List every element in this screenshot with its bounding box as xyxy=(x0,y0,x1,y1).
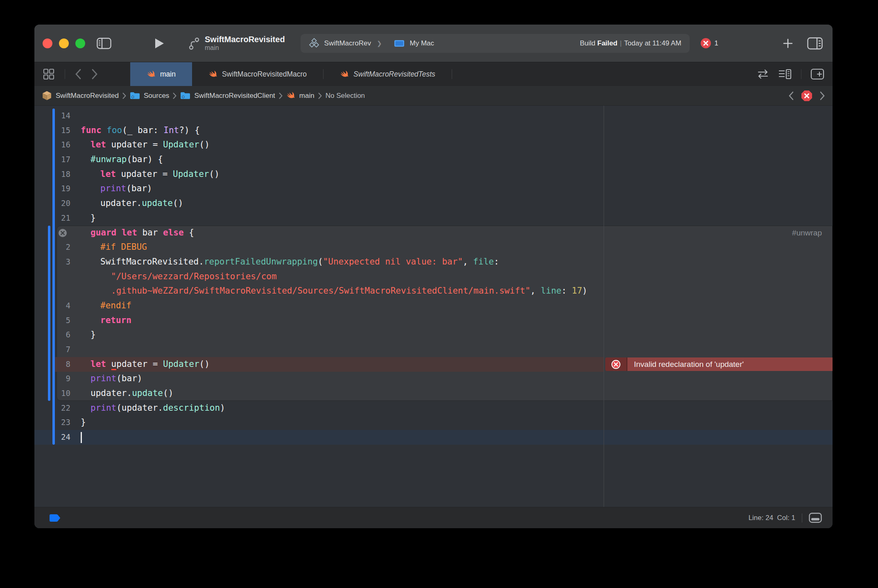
tab-main[interactable]: main xyxy=(130,62,192,86)
line-number[interactable]: 15 xyxy=(34,123,70,138)
code-text[interactable]: updater.update() xyxy=(81,386,173,401)
code-text[interactable]: SwiftMacroRevisited.reportFailedUnwrappi… xyxy=(81,255,499,269)
run-button[interactable] xyxy=(154,38,165,49)
line-number[interactable]: 2 xyxy=(34,240,70,255)
code-line-22[interactable]: 22print(updater.description) xyxy=(34,401,833,416)
breadcrumb-item-swiftmacrorevisitedclient[interactable]: SwiftMacroRevisitedClient xyxy=(180,91,275,100)
line-number[interactable]: 23 xyxy=(34,415,70,430)
line-number[interactable]: 3 xyxy=(34,255,70,269)
code-line-19[interactable]: 19print(bar) xyxy=(34,181,833,196)
code-line-17[interactable]: 17#unwrap(bar) { xyxy=(34,152,833,167)
line-number[interactable]: 24 xyxy=(34,430,70,445)
line-number[interactable]: 17 xyxy=(34,152,70,167)
line-number[interactable]: 18 xyxy=(34,167,70,182)
toggle-bottom-bar-icon[interactable] xyxy=(809,513,822,523)
minimize-window-button[interactable] xyxy=(59,38,69,48)
tab-SwiftMacroRevisitedMacro[interactable]: SwiftMacroRevisitedMacro xyxy=(192,62,323,86)
focus-tag-icon[interactable] xyxy=(50,514,61,522)
code-line-2[interactable]: 2#if DEBUG xyxy=(34,240,833,255)
code-line[interactable]: "/Users/wezzard/Repositories/com xyxy=(34,269,833,284)
swap-editors-icon[interactable] xyxy=(757,69,769,79)
code-text[interactable]: .github~WeZZard/SwiftMacroRevisited/Sour… xyxy=(81,284,587,299)
code-text[interactable]: print(updater.description) xyxy=(81,401,225,416)
code-text[interactable]: guard let bar else { xyxy=(81,226,194,240)
tab-SwiftMacroRevisitedTests[interactable]: SwiftMacroRevisitedTests xyxy=(324,62,452,86)
code-text[interactable]: let updater = Updater() xyxy=(81,138,210,152)
breadcrumb-item-swiftmacrorevisited[interactable]: SwiftMacroRevisited xyxy=(42,90,119,101)
next-issue-icon[interactable] xyxy=(819,91,825,100)
code-text[interactable]: func foo(_ bar: Int?) { xyxy=(81,123,200,138)
error-annotation[interactable]: Invalid redeclaration of 'updater' xyxy=(605,357,833,371)
code-text[interactable]: #endif xyxy=(81,299,131,313)
code-text[interactable]: print(bar) xyxy=(81,371,142,386)
code-line-18[interactable]: 18let updater = Updater() xyxy=(34,167,833,182)
code-line-16[interactable]: 16let updater = Updater() xyxy=(34,138,833,152)
line-number[interactable]: 10 xyxy=(34,386,70,401)
line-number[interactable]: 6 xyxy=(34,328,70,342)
code-line[interactable]: guard let bar else { xyxy=(34,226,833,240)
activity-view[interactable]: SwiftMacroRev ❯ My Mac Build Failed|Toda… xyxy=(301,34,690,53)
scheme-selector[interactable]: SwiftMacroRev xyxy=(324,39,371,47)
error-octagon-icon[interactable] xyxy=(801,90,813,102)
code-line-20[interactable]: 20updater.update() xyxy=(34,196,833,211)
line-number[interactable]: 14 xyxy=(34,109,70,123)
code-line-6[interactable]: 6} xyxy=(34,328,833,342)
code-line[interactable]: .github~WeZZard/SwiftMacroRevisited/Sour… xyxy=(34,284,833,299)
line-number[interactable]: 9 xyxy=(34,371,70,386)
code-line-15[interactable]: 15func foo(_ bar: Int?) { xyxy=(34,123,833,138)
error-annotation-icon xyxy=(605,357,627,371)
line-number[interactable]: 19 xyxy=(34,181,70,196)
code-text[interactable]: updater.update() xyxy=(81,196,183,211)
previous-issue-icon[interactable] xyxy=(788,91,794,100)
breadcrumb-item-main[interactable]: main xyxy=(286,91,315,100)
minimap-icon[interactable] xyxy=(778,68,792,80)
code-text[interactable]: print(bar) xyxy=(81,181,152,196)
code-text[interactable]: return xyxy=(81,313,131,328)
code-line-23[interactable]: 23} xyxy=(34,415,833,430)
code-text[interactable]: } xyxy=(81,328,96,342)
swift-file-icon xyxy=(340,70,349,79)
gutter-error-icon[interactable] xyxy=(58,228,67,239)
line-number[interactable]: 8 xyxy=(34,357,70,372)
breadcrumb-label: Sources xyxy=(144,92,169,100)
code-line-4[interactable]: 4#endif xyxy=(34,299,833,313)
code-text[interactable]: let updater = Updater() xyxy=(81,357,210,372)
code-token: { xyxy=(184,228,194,237)
line-number[interactable]: 21 xyxy=(34,211,70,226)
code-line-10[interactable]: 10updater.update() xyxy=(34,386,833,401)
add-editor-icon[interactable] xyxy=(810,68,824,80)
code-line-7[interactable]: 7 xyxy=(34,342,833,357)
related-items-grid-icon[interactable] xyxy=(43,68,55,80)
breadcrumb-item-no-selection[interactable]: No Selection xyxy=(326,92,365,100)
code-text[interactable]: } xyxy=(81,415,86,430)
code-line-24[interactable]: 24 xyxy=(34,430,833,445)
line-number[interactable]: 5 xyxy=(34,313,70,328)
breadcrumb-item-sources[interactable]: Sources xyxy=(130,91,169,100)
code-line-5[interactable]: 5return xyxy=(34,313,833,328)
destination-selector[interactable]: My Mac xyxy=(410,39,434,47)
code-text[interactable]: #if DEBUG xyxy=(81,240,147,255)
code-line-14[interactable]: 14 xyxy=(34,109,833,123)
line-number[interactable]: 22 xyxy=(34,401,70,416)
code-text[interactable]: #unwrap(bar) { xyxy=(81,152,163,167)
code-line-9[interactable]: 9print(bar) xyxy=(34,371,833,386)
close-window-button[interactable] xyxy=(43,38,52,48)
source-editor[interactable]: 1415func foo(_ bar: Int?) {16let updater… xyxy=(34,106,833,507)
toggle-inspector-sidebar-icon[interactable] xyxy=(807,37,823,50)
code-line-21[interactable]: 21} xyxy=(34,211,833,226)
line-number[interactable]: 20 xyxy=(34,196,70,211)
line-number[interactable]: 16 xyxy=(34,138,70,152)
tab-strip: mainSwiftMacroRevisitedMacroSwiftMacroRe… xyxy=(130,62,452,86)
line-number[interactable]: 7 xyxy=(34,342,70,357)
line-number[interactable]: 4 xyxy=(34,299,70,313)
code-line-3[interactable]: 3SwiftMacroRevisited.reportFailedUnwrapp… xyxy=(34,255,833,269)
issues-badge[interactable]: 1 xyxy=(700,38,718,49)
code-text[interactable]: let updater = Updater() xyxy=(81,167,220,182)
zoom-window-button[interactable] xyxy=(75,38,85,48)
code-text[interactable]: "/Users/wezzard/Repositories/com xyxy=(81,269,277,284)
go-forward-icon[interactable] xyxy=(91,69,98,79)
library-plus-button[interactable] xyxy=(783,38,793,49)
code-text[interactable]: } xyxy=(81,211,96,226)
go-back-icon[interactable] xyxy=(75,69,81,79)
toggle-navigator-sidebar-icon[interactable] xyxy=(97,38,111,49)
